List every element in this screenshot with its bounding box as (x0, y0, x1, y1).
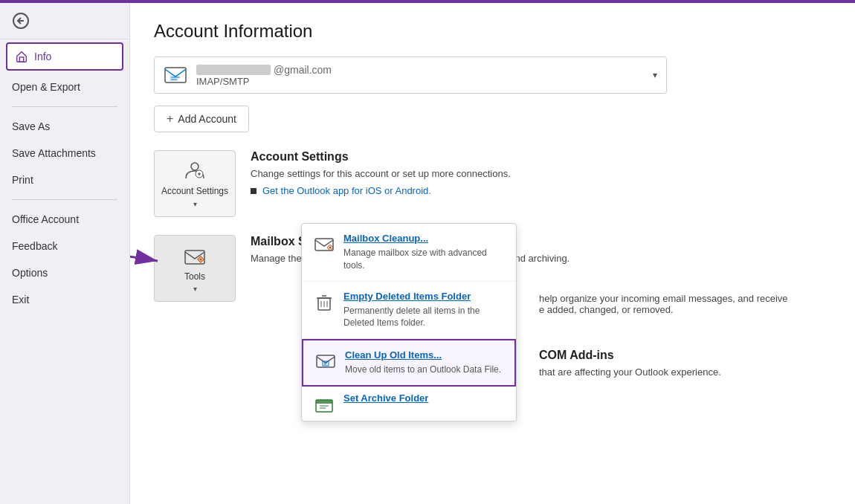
svg-rect-27 (316, 400, 332, 404)
clean-up-old-desc: Move old items to an Outlook Data File. (345, 364, 501, 376)
mailbox-cleanup-text: Mailbox Cleanup... Manage mailbox size w… (343, 233, 504, 272)
svg-rect-4 (170, 75, 178, 81)
com-desc: that are affecting your Outlook experien… (539, 366, 831, 378)
clean-up-old-text: Clean Up Old Items... Move old items to … (345, 349, 501, 376)
com-section: COM Add-ins that are affecting your Outl… (539, 349, 831, 378)
tools-chevron: ▾ (193, 285, 197, 293)
clean-up-old-item[interactable]: Clean Up Old Items... Move old items to … (302, 339, 516, 387)
home-icon (15, 50, 28, 63)
account-info: @gmail.com IMAP/SMTP (196, 64, 653, 87)
outlook-mobile-link[interactable]: Get the Outlook app for iOS or Android. (262, 185, 431, 196)
mailbox-cleanup-icon (314, 234, 335, 255)
main-content: Account Information @gmail.com IMAP/SMTP… (130, 3, 855, 504)
account-settings-icon (183, 159, 207, 183)
tools-button[interactable]: Tools ▾ (154, 235, 236, 302)
empty-deleted-text: Empty Deleted Items Folder Permanently d… (343, 291, 504, 330)
account-email: @gmail.com (196, 64, 653, 76)
tools-dropdown-menu: Mailbox Cleanup... Manage mailbox size w… (301, 223, 517, 421)
account-settings-button[interactable]: Account Settings ▾ (154, 150, 236, 217)
add-account-label: Add Account (178, 113, 236, 125)
sidebar-item-open-export[interactable]: Open & Export (0, 74, 129, 100)
partial-right-section-1: help organize your incoming email messag… (539, 293, 831, 315)
plus-icon: + (167, 112, 173, 126)
email-blur (196, 65, 271, 75)
empty-deleted-desc: Permanently delete all items in the Dele… (343, 305, 504, 330)
mailbox-cleanup-title: Mailbox Cleanup... (343, 233, 504, 244)
sidebar-item-exit[interactable]: Exit (0, 286, 129, 313)
page-title: Account Information (154, 21, 831, 42)
account-settings-section: Account Settings ▾ Account Settings Chan… (154, 150, 831, 217)
set-archive-text: Set Archive Folder (343, 392, 428, 407)
set-archive-item[interactable]: Set Archive Folder (302, 387, 516, 421)
clean-up-old-icon (315, 351, 336, 372)
sidebar-item-info[interactable]: Info (6, 42, 123, 71)
account-dropdown-arrow: ▾ (653, 70, 657, 80)
account-settings-desc: Change settings for this account or set … (251, 168, 831, 179)
account-type: IMAP/SMTP (196, 76, 653, 87)
tools-btn-label: Tools (184, 271, 205, 282)
add-account-button[interactable]: + Add Account (154, 106, 249, 132)
sidebar-item-feedback[interactable]: Feedback (0, 233, 129, 259)
svg-point-5 (191, 163, 199, 170)
com-title: COM Add-ins (539, 349, 831, 362)
sidebar-divider-1 (12, 106, 117, 107)
empty-deleted-item[interactable]: Empty Deleted Items Folder Permanently d… (302, 282, 516, 340)
sidebar-item-save-attachments[interactable]: Save Attachments (0, 140, 129, 167)
sidebar-item-options[interactable]: Options (0, 259, 129, 286)
set-archive-icon (314, 394, 335, 415)
sidebar-item-save-as[interactable]: Save As (0, 113, 129, 140)
sidebar: Info Open & Export Save As Save Attachme… (0, 3, 130, 504)
account-settings-bullet: Get the Outlook app for iOS or Android. (251, 185, 831, 196)
back-icon (12, 12, 30, 30)
empty-deleted-icon (314, 292, 335, 313)
account-settings-info: Account Settings Change settings for thi… (251, 150, 831, 196)
bullet-icon (251, 188, 256, 194)
clean-up-old-title: Clean Up Old Items... (345, 349, 501, 361)
sidebar-nav: Info Open & Export Save As Save Attachme… (0, 39, 129, 504)
account-settings-chevron: ▾ (193, 200, 197, 208)
mailbox-cleanup-item[interactable]: Mailbox Cleanup... Manage mailbox size w… (302, 224, 516, 282)
tools-icon (183, 245, 207, 268)
empty-deleted-title: Empty Deleted Items Folder (343, 291, 504, 302)
partial-desc-1: help organize your incoming email messag… (539, 293, 831, 304)
set-archive-title: Set Archive Folder (343, 392, 428, 404)
email-account-icon (164, 63, 187, 87)
svg-rect-2 (19, 57, 23, 62)
sidebar-item-office-account[interactable]: Office Account (0, 206, 129, 233)
mailbox-cleanup-desc: Manage mailbox size with advanced tools. (343, 247, 504, 272)
sidebar-divider-2 (12, 199, 117, 200)
account-settings-btn-label: Account Settings (161, 186, 228, 198)
arrow-pointer (130, 242, 165, 280)
sidebar-bottom: Office Account Feedback Options Exit (0, 206, 129, 325)
sidebar-item-print[interactable]: Print (0, 167, 129, 193)
partial-desc-2: e added, changed, or removed. (539, 304, 831, 315)
account-settings-title: Account Settings (251, 150, 831, 164)
back-button[interactable] (0, 3, 129, 39)
account-selector[interactable]: @gmail.com IMAP/SMTP ▾ (154, 56, 667, 94)
